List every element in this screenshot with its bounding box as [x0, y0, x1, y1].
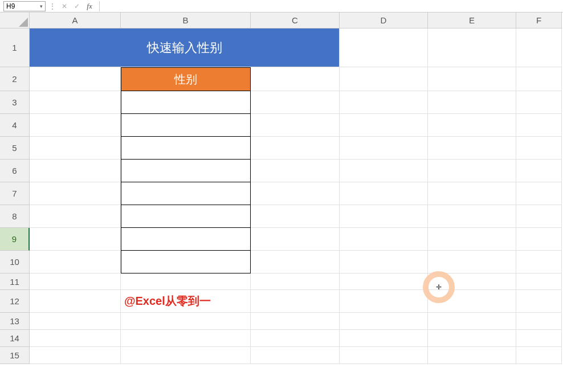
cell-A14[interactable]: [30, 330, 121, 347]
cell-C12[interactable]: [251, 290, 340, 313]
cell-C8[interactable]: [251, 205, 340, 228]
cell-F13[interactable]: [516, 313, 562, 330]
cell-B7[interactable]: [121, 182, 251, 205]
cell-F11[interactable]: [516, 273, 562, 290]
cell-D2[interactable]: [340, 67, 428, 91]
cell-D14[interactable]: [340, 330, 428, 347]
cell-F5[interactable]: [516, 137, 562, 160]
gender-header-cell[interactable]: 性别: [121, 67, 251, 91]
cell-E2[interactable]: [428, 67, 516, 91]
row-header-10[interactable]: 10: [0, 251, 30, 273]
cell-A3[interactable]: [30, 91, 121, 114]
cell-C10[interactable]: [251, 251, 340, 273]
col-header-B[interactable]: B: [121, 13, 251, 28]
cell-A8[interactable]: [30, 205, 121, 228]
cell-E4[interactable]: [428, 114, 516, 137]
row-header-12[interactable]: 12: [0, 290, 30, 313]
cell-E8[interactable]: [428, 205, 516, 228]
cell-F10[interactable]: [516, 251, 562, 273]
row-header-4[interactable]: 4: [0, 114, 30, 137]
cell-B15[interactable]: [121, 347, 251, 364]
fx-button[interactable]: fx: [84, 1, 95, 11]
cell-D8[interactable]: [340, 205, 428, 228]
cell-D3[interactable]: [340, 91, 428, 114]
row-header-15[interactable]: 15: [0, 347, 30, 364]
cell-A10[interactable]: [30, 251, 121, 273]
cell-F2[interactable]: [516, 67, 562, 91]
cell-E1[interactable]: [428, 28, 516, 67]
row-header-8[interactable]: 8: [0, 205, 30, 228]
cell-D10[interactable]: [340, 251, 428, 273]
row-header-1[interactable]: 1: [0, 28, 30, 67]
cell-F15[interactable]: [516, 347, 562, 364]
cell-E11[interactable]: [428, 273, 516, 290]
cell-C3[interactable]: [251, 91, 340, 114]
cell-C11[interactable]: [251, 273, 340, 290]
cell-E6[interactable]: [428, 160, 516, 182]
cell-A15[interactable]: [30, 347, 121, 364]
cell-B5[interactable]: [121, 137, 251, 160]
row-header-9[interactable]: 9: [0, 228, 30, 251]
cell-D15[interactable]: [340, 347, 428, 364]
cell-F6[interactable]: [516, 160, 562, 182]
watermark-cell[interactable]: @Excel从零到一: [121, 290, 251, 313]
row-header-11[interactable]: 11: [0, 273, 30, 290]
cell-E12[interactable]: [428, 290, 516, 313]
cell-B3[interactable]: [121, 91, 251, 114]
confirm-button[interactable]: ✓: [72, 1, 82, 11]
cell-D7[interactable]: [340, 182, 428, 205]
col-header-E[interactable]: E: [428, 13, 516, 28]
row-header-14[interactable]: 14: [0, 330, 30, 347]
cell-F9[interactable]: [516, 228, 562, 251]
cell-A12[interactable]: [30, 290, 121, 313]
col-header-F[interactable]: F: [516, 13, 562, 28]
cell-A5[interactable]: [30, 137, 121, 160]
row-header-13[interactable]: 13: [0, 313, 30, 330]
col-header-D[interactable]: D: [340, 13, 428, 28]
name-box[interactable]: H9 ▾: [3, 1, 46, 11]
cell-E13[interactable]: [428, 313, 516, 330]
cell-C6[interactable]: [251, 160, 340, 182]
cell-E15[interactable]: [428, 347, 516, 364]
cell-B10[interactable]: [121, 251, 251, 273]
cell-D11[interactable]: [340, 273, 428, 290]
cell-C7[interactable]: [251, 182, 340, 205]
cell-F14[interactable]: [516, 330, 562, 347]
cell-B9[interactable]: [121, 228, 251, 251]
cell-F4[interactable]: [516, 114, 562, 137]
cell-D4[interactable]: [340, 114, 428, 137]
cell-F12[interactable]: [516, 290, 562, 313]
cell-D5[interactable]: [340, 137, 428, 160]
cell-F8[interactable]: [516, 205, 562, 228]
cell-E3[interactable]: [428, 91, 516, 114]
cell-F1[interactable]: [516, 28, 562, 67]
formula-input[interactable]: [99, 1, 563, 11]
row-header-5[interactable]: 5: [0, 137, 30, 160]
cell-C15[interactable]: [251, 347, 340, 364]
cell-F3[interactable]: [516, 91, 562, 114]
cell-A13[interactable]: [30, 313, 121, 330]
cell-B6[interactable]: [121, 160, 251, 182]
cancel-button[interactable]: ✕: [59, 1, 70, 11]
cell-A6[interactable]: [30, 160, 121, 182]
cell-C5[interactable]: [251, 137, 340, 160]
row-header-2[interactable]: 2: [0, 67, 30, 91]
row-header-7[interactable]: 7: [0, 182, 30, 205]
cell-D1[interactable]: [340, 28, 428, 67]
cell-C14[interactable]: [251, 330, 340, 347]
cell-A4[interactable]: [30, 114, 121, 137]
cell-C9[interactable]: [251, 228, 340, 251]
cell-B8[interactable]: [121, 205, 251, 228]
cell-C2[interactable]: [251, 67, 340, 91]
cell-E9[interactable]: [428, 228, 516, 251]
cell-B11[interactable]: [121, 273, 251, 290]
cell-C4[interactable]: [251, 114, 340, 137]
cell-A11[interactable]: [30, 273, 121, 290]
spreadsheet-grid[interactable]: A B C D E F 1 快速输入性别 2 性别 3 4 5 6 7 8: [0, 13, 563, 364]
cell-E10[interactable]: [428, 251, 516, 273]
cell-F7[interactable]: [516, 182, 562, 205]
cell-B13[interactable]: [121, 313, 251, 330]
cell-A7[interactable]: [30, 182, 121, 205]
cell-B14[interactable]: [121, 330, 251, 347]
title-cell[interactable]: 快速输入性别: [30, 28, 340, 67]
